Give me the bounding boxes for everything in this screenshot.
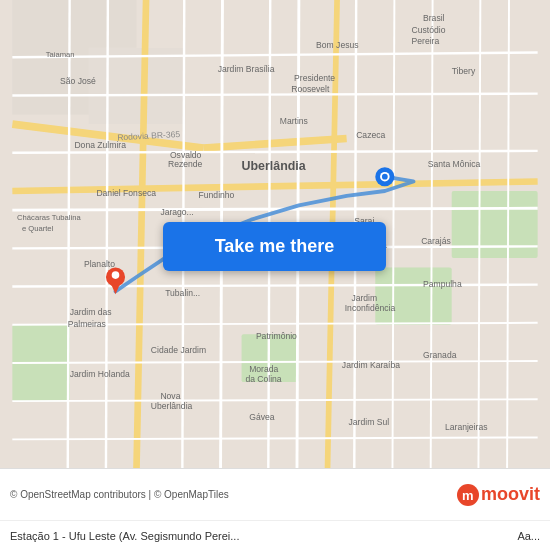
bottom-bar: © OpenStreetMap contributors | © OpenMap… xyxy=(0,468,550,520)
svg-point-83 xyxy=(382,174,388,180)
svg-text:Presidente: Presidente xyxy=(294,73,335,83)
svg-text:Jardim Brasília: Jardim Brasília xyxy=(218,64,275,74)
svg-text:Roosevelt: Roosevelt xyxy=(291,84,330,94)
svg-text:Planalto: Planalto xyxy=(84,259,115,269)
moovit-icon: m xyxy=(457,484,479,506)
svg-rect-3 xyxy=(375,267,451,324)
svg-text:Jardim Sul: Jardim Sul xyxy=(349,417,390,427)
take-me-there-button[interactable]: Take me there xyxy=(163,222,386,271)
svg-text:Bom Jesus: Bom Jesus xyxy=(316,40,358,50)
svg-text:Custódio: Custódio xyxy=(412,25,446,35)
svg-text:Pampulha: Pampulha xyxy=(423,279,462,289)
route-bar: Estação 1 - Ufu Leste (Av. Segismundo Pe… xyxy=(0,520,550,550)
svg-line-15 xyxy=(12,208,537,210)
moovit-text: moovit xyxy=(481,484,540,505)
svg-text:da Colina: da Colina xyxy=(245,374,281,384)
svg-text:Jardim das: Jardim das xyxy=(70,307,112,317)
svg-text:Brasil: Brasil xyxy=(423,13,445,23)
attribution: © OpenStreetMap contributors | © OpenMap… xyxy=(10,489,451,500)
svg-rect-2 xyxy=(89,48,185,124)
svg-text:Morada: Morada xyxy=(249,364,278,374)
svg-text:Carajás: Carajás xyxy=(421,236,451,246)
svg-text:Taiaman: Taiaman xyxy=(46,50,75,59)
bottom-content: © OpenStreetMap contributors | © OpenMap… xyxy=(10,484,540,506)
svg-text:Laranjeiras: Laranjeiras xyxy=(445,422,487,432)
svg-text:Tubalin...: Tubalin... xyxy=(165,288,200,298)
svg-text:Uberlândia: Uberlândia xyxy=(242,159,306,173)
svg-text:Uberlândia: Uberlândia xyxy=(151,401,193,411)
map-container: Uberlândia São José Taiaman Dona Zulmira… xyxy=(0,0,550,468)
svg-text:Palmeiras: Palmeiras xyxy=(68,319,106,329)
svg-text:Nova: Nova xyxy=(160,391,180,401)
svg-text:São José: São José xyxy=(60,76,96,86)
svg-text:Cidade Jardim: Cidade Jardim xyxy=(151,345,206,355)
svg-text:Chácaras Tubalina: Chácaras Tubalina xyxy=(17,213,81,222)
svg-text:Osvaldo: Osvaldo xyxy=(170,150,202,160)
svg-text:Fundinho: Fundinho xyxy=(199,190,235,200)
svg-text:Gávea: Gávea xyxy=(249,412,275,422)
svg-point-80 xyxy=(112,271,120,279)
svg-text:Cazeca: Cazeca xyxy=(356,130,385,140)
svg-text:Patrimônio: Patrimônio xyxy=(256,331,297,341)
svg-text:Jardim Karaíba: Jardim Karaíba xyxy=(342,360,400,370)
svg-text:Pereira: Pereira xyxy=(412,36,440,46)
svg-text:Inconfidência: Inconfidência xyxy=(345,303,396,313)
svg-text:Rezende: Rezende xyxy=(168,159,203,169)
svg-text:e Quartel: e Quartel xyxy=(22,224,54,233)
svg-text:Martins: Martins xyxy=(280,116,308,126)
svg-text:Jarago...: Jarago... xyxy=(160,207,193,217)
place-text: Estação 1 - Ufu Leste (Av. Segismundo Pe… xyxy=(10,530,509,542)
svg-text:Granada: Granada xyxy=(423,350,457,360)
svg-text:Jardim: Jardim xyxy=(351,293,377,303)
moovit-logo: m moovit xyxy=(457,484,540,506)
svg-text:Santa Mônica: Santa Mônica xyxy=(428,159,481,169)
app: Uberlândia São José Taiaman Dona Zulmira… xyxy=(0,0,550,550)
svg-text:Jardim Holanda: Jardim Holanda xyxy=(70,369,130,379)
svg-text:m: m xyxy=(462,488,474,503)
dest-text: Aa... xyxy=(517,530,540,542)
svg-text:Tibery: Tibery xyxy=(452,66,476,76)
svg-text:Daniel Fonseca: Daniel Fonseca xyxy=(96,188,156,198)
